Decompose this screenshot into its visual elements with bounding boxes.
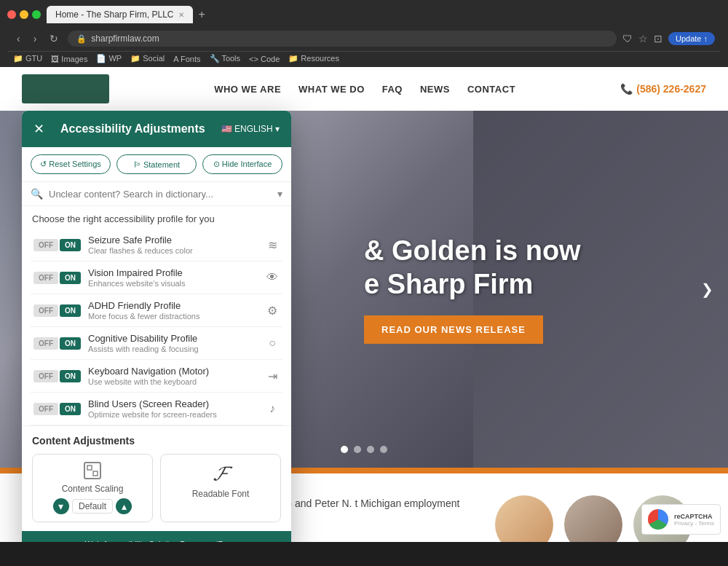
search-expand-icon[interactable]: ▾ [277,188,282,200]
hero-dot-1[interactable] [341,446,348,453]
bookmark-icon[interactable]: ☆ [638,33,648,44]
bookmark-fonts[interactable]: A Fonts [173,54,200,63]
shield-icon: 🛡 [622,33,633,44]
search-icon: 🔍 [31,188,43,200]
nav-faq[interactable]: FAQ [382,84,403,95]
scaling-increase-button[interactable]: ▴ [116,498,132,514]
hero-dot-3[interactable] [367,446,374,453]
a11y-header: ✕ Accessibility Adjustments 🇺🇸 ENGLISH ▾ [22,111,291,147]
scaling-decrease-button[interactable]: ▾ [53,498,69,514]
cognitive-profile-name: Cognitive Disability Profile [88,333,258,344]
cognitive-toggle-on[interactable]: ON [60,337,81,350]
svg-rect-0 [87,465,92,470]
cognitive-profile-icon: ○ [265,337,280,350]
address-bar[interactable]: 🔒 sharpfirmlaw.com [68,31,617,47]
hide-interface-button[interactable]: ⊙ Hide Interface [202,154,282,174]
seizure-profile-desc: Clear flashes & reduces color [88,246,258,255]
browser-chrome: Home - The Sharp Firm, PLLC ✕ + ‹ › ↻ 🔒 … [0,0,728,67]
update-button[interactable]: Update ↑ [668,32,715,45]
active-tab[interactable]: Home - The Sharp Firm, PLLC ✕ [47,6,193,23]
content-scaling-label: Content Scaling [62,484,124,494]
nav-phone[interactable]: 📞 (586) 226-2627 [620,83,706,95]
nav-what-we-do[interactable]: WHAT WE DO [298,84,365,95]
adhd-toggle-on[interactable]: ON [60,304,81,317]
a11y-search-bar: 🔍 ▾ [22,182,291,206]
a11y-close-button[interactable]: ✕ [33,121,44,137]
more-options-icon[interactable]: ⊡ [654,33,662,44]
profile-vision-impaired: OFF ON Vision Impaired Profile Enhances … [31,262,282,294]
person-photo-2 [564,495,622,542]
vision-profile-icon: 👁 [265,271,280,284]
seizure-profile-name: Seizure Safe Profile [88,235,258,245]
dictionary-search-input[interactable] [49,189,272,200]
minimize-window-button[interactable] [20,10,28,19]
blind-toggle-on[interactable]: ON [60,403,81,415]
traffic-lights [7,10,41,19]
tab-bar: Home - The Sharp Firm, PLLC ✕ + [47,6,208,23]
keyboard-toggle-off[interactable]: OFF [33,370,58,382]
bookmark-images[interactable]: 🖼 Images [51,54,87,63]
readable-font-label: Readable Font [192,489,250,499]
maximize-window-button[interactable] [32,10,41,19]
address-bar-row: ‹ › ↻ 🔒 sharpfirmlaw.com 🛡 ☆ ⊡ Update ↑ [7,28,721,51]
blind-profile-desc: Optimize website for screen-readers [88,410,258,419]
hero-dot-4[interactable] [380,446,387,453]
blind-toggle: OFF ON [33,403,81,415]
refresh-button[interactable]: ↻ [46,31,62,46]
seizure-toggle-on[interactable]: ON [60,239,81,251]
a11y-language-selector[interactable]: 🇺🇸 ENGLISH ▾ [221,124,280,134]
profiles-section-title: Choose the right accessibility profile f… [22,206,291,229]
cognitive-toggle-off[interactable]: OFF [33,337,58,350]
vision-toggle-off[interactable]: OFF [33,272,58,284]
bookmark-wp[interactable]: 📄 WP [96,54,122,63]
website-content: WHO WE ARE WHAT WE DO FAQ NEWS CONTACT 📞… [0,67,728,542]
hero-next-arrow[interactable]: ❯ [701,280,713,298]
a11y-footer-text: Web Accessibility Solution By accessiBe [85,540,229,542]
recaptcha-widget: reCAPTCHA Privacy - Terms [641,504,721,535]
scaling-value: Default [72,499,113,514]
tab-title: Home - The Sharp Firm, PLLC [55,9,174,20]
nav-news[interactable]: NEWS [420,84,450,95]
svg-rect-1 [93,471,98,476]
nav-links: WHO WE ARE WHAT WE DO FAQ NEWS CONTACT [214,84,515,95]
blind-toggle-off[interactable]: OFF [33,403,58,415]
vision-toggle-on[interactable]: ON [60,272,81,284]
forward-button[interactable]: › [30,31,41,46]
recaptcha-terms: Privacy - Terms [674,520,714,527]
font-style-icon: 𝓕 [213,462,229,486]
profile-keyboard: OFF ON Keyboard Navigation (Motor) Use w… [31,360,282,393]
adhd-profile-icon: ⚙ [265,304,280,318]
hero-dot-2[interactable] [354,446,361,453]
cognitive-profile-desc: Assists with reading & focusing [88,345,258,353]
adhd-toggle: OFF ON [33,304,81,317]
bookmark-social[interactable]: 📁 Social [130,54,165,63]
adhd-profile-name: ADHD Friendly Profile [88,300,258,311]
keyboard-profile-desc: Use website with the keyboard [88,377,258,386]
bookmark-gtu[interactable]: 📁 GTU [13,54,42,63]
hero-cta-button[interactable]: READ OUR NEWS RELEASE [364,315,543,344]
close-window-button[interactable] [7,10,16,19]
back-button[interactable]: ‹ [13,31,24,46]
keyboard-profile-icon: ⇥ [265,369,280,383]
vision-profile-desc: Enhances website's visuals [88,279,258,288]
bookmark-tools[interactable]: 🔧 Tools [210,54,241,63]
a11y-footer: Web Accessibility Solution By accessiBe [22,531,291,542]
bookmark-resources[interactable]: 📁 Resources [288,54,339,63]
new-tab-button[interactable]: + [196,8,208,21]
nav-who-we-are[interactable]: WHO WE ARE [214,84,281,95]
adhd-toggle-off[interactable]: OFF [33,304,58,317]
vision-toggle: OFF ON [33,272,81,284]
profiles-list: OFF ON Seizure Safe Profile Clear flashe… [22,229,291,425]
nav-contact[interactable]: CONTACT [467,84,515,95]
statement-button[interactable]: 🏳 Statement [116,154,197,174]
blind-profile-icon: ♪ [265,402,280,415]
reset-settings-button[interactable]: ↺ Reset Settings [31,154,111,174]
readable-font-control: 𝓕 Readable Font [160,454,281,522]
tab-close-icon[interactable]: ✕ [178,11,184,19]
content-adj-title: Content Adjustments [32,435,281,447]
keyboard-toggle-on[interactable]: ON [60,370,81,382]
seizure-toggle-off[interactable]: OFF [33,239,58,251]
recaptcha-logo [648,509,668,530]
bookmark-code[interactable]: <> Code [249,54,280,63]
site-logo[interactable] [22,74,109,103]
